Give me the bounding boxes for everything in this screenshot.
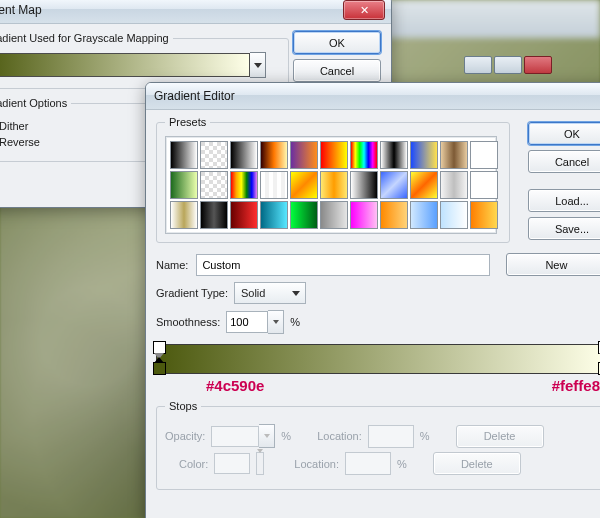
- color-label: Color:: [179, 458, 208, 470]
- preset-swatch[interactable]: [380, 201, 408, 229]
- gm-options-legend: Gradient Options: [0, 97, 71, 109]
- opacity-delete-button: Delete: [456, 425, 544, 448]
- preset-swatch[interactable]: [200, 141, 228, 169]
- preset-swatch[interactable]: [290, 171, 318, 199]
- color-well: [214, 453, 250, 474]
- type-label: Gradient Type:: [156, 287, 228, 299]
- preset-swatch[interactable]: [290, 201, 318, 229]
- preset-swatch[interactable]: [320, 201, 348, 229]
- preset-swatch[interactable]: [350, 141, 378, 169]
- gradient-bar[interactable]: #4c590e #feffe8: [156, 344, 600, 374]
- color-picker-icon: [256, 452, 264, 475]
- stepper-icon: [259, 424, 275, 448]
- preset-swatch[interactable]: [350, 171, 378, 199]
- preset-swatch[interactable]: [170, 141, 198, 169]
- opacity-label: Opacity:: [165, 430, 205, 442]
- preset-swatch[interactable]: [260, 141, 288, 169]
- gm-gradient-dropdown[interactable]: [250, 52, 266, 78]
- smoothness-input[interactable]: [226, 310, 284, 334]
- chevron-down-icon: [254, 63, 262, 68]
- preset-swatch[interactable]: [470, 201, 498, 229]
- preset-swatch[interactable]: [440, 171, 468, 199]
- preset-swatch[interactable]: [230, 171, 258, 199]
- preset-swatch[interactable]: [170, 201, 198, 229]
- gm-preview-legend: Gradient Used for Grayscale Mapping: [0, 32, 173, 44]
- name-label: Name:: [156, 259, 188, 271]
- color-stop-left[interactable]: [153, 362, 164, 376]
- stops-legend: Stops: [165, 400, 201, 412]
- preset-swatch[interactable]: [410, 141, 438, 169]
- ge-save-button[interactable]: Save...: [528, 217, 600, 240]
- ge-titlebar[interactable]: Gradient Editor: [146, 83, 600, 110]
- preset-swatch[interactable]: [380, 141, 408, 169]
- preset-swatch[interactable]: [170, 171, 198, 199]
- ge-ok-button[interactable]: OK: [528, 122, 600, 145]
- gm-gradient-sample[interactable]: [0, 53, 250, 77]
- type-select[interactable]: Solid: [234, 282, 306, 304]
- gradient-editor-dialog: Gradient Editor Presets OK Cancel Load..…: [145, 82, 600, 518]
- preset-swatch[interactable]: [440, 141, 468, 169]
- background-window-controls: [464, 56, 552, 74]
- preset-swatch[interactable]: [470, 141, 498, 169]
- ge-new-button[interactable]: New: [506, 253, 600, 276]
- opacity-stop-left[interactable]: [153, 341, 164, 355]
- gradient-map-titlebar[interactable]: Gradient Map ✕: [0, 0, 391, 24]
- preset-swatch[interactable]: [200, 171, 228, 199]
- preset-swatch[interactable]: [320, 171, 348, 199]
- ge-load-button[interactable]: Load...: [528, 189, 600, 212]
- presets-group: Presets: [156, 116, 510, 243]
- name-input[interactable]: [196, 254, 490, 276]
- preset-swatch[interactable]: [290, 141, 318, 169]
- color-location-input: [345, 452, 391, 475]
- preset-swatch[interactable]: [230, 201, 258, 229]
- preset-swatch[interactable]: [440, 201, 468, 229]
- presets-legend: Presets: [165, 116, 210, 128]
- preset-swatch[interactable]: [230, 141, 258, 169]
- preset-grid[interactable]: [165, 136, 497, 234]
- opacity-location-input: [368, 425, 414, 448]
- ge-cancel-button[interactable]: Cancel: [528, 150, 600, 173]
- smoothness-label: Smoothness:: [156, 316, 220, 328]
- preset-swatch[interactable]: [470, 171, 498, 199]
- preset-swatch[interactable]: [410, 201, 438, 229]
- location-label: Location:: [317, 430, 362, 442]
- gm-preview-group: Gradient Used for Grayscale Mapping: [0, 32, 289, 89]
- color-delete-button: Delete: [433, 452, 521, 475]
- gradient-map-title: Gradient Map: [0, 3, 343, 17]
- gm-ok-button[interactable]: OK: [293, 31, 381, 54]
- annotation-left: #4c590e: [206, 377, 264, 394]
- annotation-right: #feffe8: [552, 377, 600, 394]
- preset-swatch[interactable]: [200, 201, 228, 229]
- gm-cancel-button[interactable]: Cancel: [293, 59, 381, 82]
- preset-swatch[interactable]: [320, 141, 348, 169]
- opacity-input: [211, 426, 259, 447]
- stops-group: Stops Opacity: % Location: % Delete Colo…: [156, 400, 600, 490]
- ge-title: Gradient Editor: [152, 89, 600, 103]
- stepper-icon[interactable]: [268, 310, 284, 334]
- preset-swatch[interactable]: [260, 171, 288, 199]
- close-icon[interactable]: ✕: [343, 0, 385, 20]
- preset-swatch[interactable]: [260, 201, 288, 229]
- preset-swatch[interactable]: [410, 171, 438, 199]
- preset-swatch[interactable]: [350, 201, 378, 229]
- preset-swatch[interactable]: [380, 171, 408, 199]
- chevron-down-icon: [292, 291, 300, 296]
